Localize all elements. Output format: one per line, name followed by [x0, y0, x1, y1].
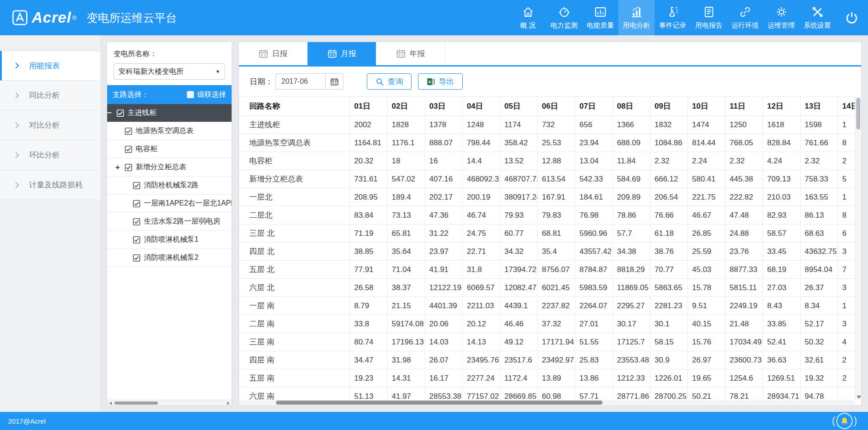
tree-horizontal-scrollbar[interactable] — [107, 400, 232, 406]
value-cell: 26.85 — [688, 225, 726, 243]
query-button[interactable]: 查询 — [367, 73, 412, 90]
table-vertical-scrollbar[interactable] — [855, 96, 861, 400]
export-button[interactable]: 导出 — [418, 73, 463, 90]
value-cell: 12122.19 — [425, 279, 463, 297]
power-button[interactable] — [835, 0, 868, 35]
value-cell: 68.81 — [538, 225, 575, 243]
value-cell: 2249.19 — [726, 297, 763, 315]
value-cell: 2264.07 — [575, 297, 613, 315]
nav-item-event[interactable]: 事件记录 — [655, 0, 691, 35]
collapse-icon[interactable]: − — [107, 109, 116, 118]
date-input[interactable]: 2017-06 — [275, 73, 325, 90]
station-select[interactable]: 安科瑞新大楼变电所 ▼ — [114, 63, 225, 80]
sidebar-item-2[interactable]: 对比分析 — [0, 110, 100, 140]
tree-node[interactable]: 生活水泵2路一层弱电房 — [107, 213, 232, 231]
value-cell: 43632.75 — [801, 243, 838, 261]
sidebar-item-1[interactable]: 同比分析 — [0, 81, 100, 110]
value-cell: 1269.51 — [763, 369, 801, 387]
calendar-icon — [330, 77, 339, 86]
circuit-name-cell: 六层 北 — [239, 279, 350, 297]
scrollbar-thumb[interactable] — [276, 401, 602, 405]
tree-node[interactable]: 消防喷淋机械泵2 — [107, 249, 232, 267]
nav-item-quality[interactable]: 电能质量 — [582, 0, 618, 35]
value-cell: 17171.94 — [538, 333, 575, 351]
value-cell: 1378 — [425, 116, 463, 134]
checkbox-checked-icon[interactable] — [133, 254, 141, 262]
tree-node[interactable]: 消防栓机械泵2路 — [107, 177, 232, 195]
tree-node[interactable]: 地源热泵空调总表 — [107, 122, 232, 140]
tree-node[interactable]: − 主进线柜 — [107, 104, 232, 122]
value-cell: 46.46 — [500, 315, 538, 333]
value-cell: 79.93 — [500, 206, 538, 225]
value-cell: 58.15 — [650, 333, 688, 351]
tab-monthly[interactable]: 月报 — [308, 42, 376, 65]
value-cell: 22.71 — [463, 243, 500, 261]
scroll-down-arrow-icon[interactable] — [857, 396, 861, 399]
checkbox-checked-icon[interactable] — [124, 127, 133, 135]
nav-item-report[interactable]: 用电报告 — [691, 0, 727, 35]
scroll-right-arrow-icon[interactable] — [227, 401, 230, 405]
tab-daily[interactable]: 日报 — [239, 42, 308, 65]
tab-yearly[interactable]: 年报 — [376, 42, 445, 65]
value-cell: 23.97 — [425, 243, 463, 261]
date-value: 2017-06 — [281, 77, 308, 86]
table-horizontal-scrollbar[interactable] — [239, 400, 855, 406]
checkbox-checked-icon[interactable] — [116, 109, 124, 117]
value-cell: 23517.6 — [500, 351, 538, 369]
tree-node[interactable]: 电容柜 — [107, 140, 232, 158]
value-cell: 200.19 — [463, 188, 500, 206]
tree-node[interactable]: 一层南1APE2右一层北1APE1左 — [107, 195, 232, 213]
value-cell: 13.86 — [575, 369, 613, 387]
value-cell: 2211.03 — [463, 297, 500, 315]
checkbox-checked-icon[interactable] — [133, 182, 141, 190]
value-cell: 27.03 — [763, 279, 801, 297]
value-cell: 2281.23 — [650, 297, 688, 315]
tree-node[interactable]: + 新增分立柜总表 — [107, 158, 232, 177]
value-cell: 1084.86 — [650, 134, 688, 152]
value-cell: 761.66 — [801, 134, 838, 152]
top-header: Acrel ® 变电所运维云平台 概 况 电力监测 电能质量 用电分析 事件记录… — [0, 0, 868, 35]
query-controls: 日期： 2017-06 查询 导出 — [239, 67, 861, 96]
value-cell: 33.85 — [763, 315, 801, 333]
checkbox-checked-icon[interactable] — [133, 218, 141, 226]
value-cell: 11869.05 — [613, 279, 650, 297]
checkbox-checked-icon[interactable] — [124, 145, 133, 153]
value-cell: 23600.73 — [726, 351, 763, 369]
report-table-wrap: 回路名称01日02日03日04日05日06日07日08日09日10日11日12日… — [239, 96, 861, 406]
nav-item-home[interactable]: 概 况 — [510, 0, 546, 35]
value-cell: 17196.13 — [388, 333, 425, 351]
value-cell: 34.38 — [613, 243, 650, 261]
value-cell: 31.8 — [463, 261, 500, 279]
nav-item-monitor[interactable]: 电力监测 — [546, 0, 582, 35]
chevron-right-icon — [14, 152, 21, 159]
notification-bell[interactable] — [836, 413, 853, 429]
checkbox-checked-icon[interactable] — [124, 163, 133, 172]
checkbox-checked-icon[interactable] — [133, 200, 141, 208]
sidebar-item-0[interactable]: 用能报表 — [0, 51, 100, 81]
nav-item-settings[interactable]: 系统设置 — [799, 0, 835, 35]
value-cell: 1176.1 — [388, 134, 425, 152]
nav-item-env[interactable]: 运行环境 — [727, 0, 763, 35]
expand-icon[interactable]: + — [115, 163, 124, 172]
cascade-checkbox[interactable]: 级联选择 — [187, 90, 226, 100]
scrollbar-thumb[interactable] — [114, 401, 158, 405]
sidebar-item-3[interactable]: 环比分析 — [0, 140, 100, 170]
value-cell: 1828 — [388, 116, 425, 134]
value-cell: 210.03 — [763, 188, 801, 206]
value-cell: 888.07 — [425, 134, 463, 152]
tree-node[interactable]: 消防喷淋机械泵1 — [107, 231, 232, 249]
value-cell: 76.66 — [650, 206, 688, 225]
calendar-button[interactable] — [325, 73, 343, 90]
sidebar-item-4[interactable]: 计量及线路损耗 — [0, 170, 100, 200]
value-cell: 65.81 — [388, 225, 425, 243]
value-cell: 189.4 — [388, 188, 425, 206]
checkbox-checked-icon[interactable] — [133, 236, 141, 244]
branch-tree: − 主进线柜 地源热泵空调总表 电容柜 + 新增分立柜总表 消防栓机械泵2路 一… — [107, 104, 232, 267]
column-header: 05日 — [500, 97, 538, 116]
value-cell: 49.12 — [500, 333, 538, 351]
nav-item-ops[interactable]: 运维管理 — [763, 0, 799, 35]
scrollbar-thumb[interactable] — [856, 98, 860, 129]
table-row: 四层 北38.8535.6423.9722.7134.3235.443557.4… — [239, 243, 862, 261]
scroll-left-arrow-icon[interactable] — [109, 401, 112, 405]
nav-item-analysis[interactable]: 用电分析 — [618, 0, 655, 35]
